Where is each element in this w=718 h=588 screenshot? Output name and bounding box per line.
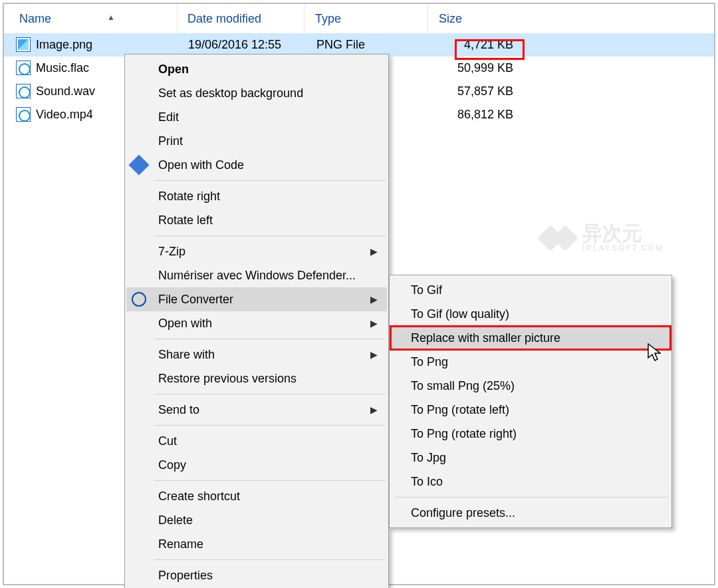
submenu-item-label: To Gif (low quality) xyxy=(411,307,509,321)
submenu-item[interactable]: To Png (rotate left) xyxy=(391,398,670,422)
menu-item[interactable]: Rotate right xyxy=(126,184,387,208)
file-converter-icon xyxy=(132,292,146,307)
submenu-item[interactable]: To Jpg xyxy=(391,446,670,470)
submenu-item-label: To Jpg xyxy=(411,451,446,464)
submenu-arrow-icon: ▶ xyxy=(370,287,378,311)
submenu-item[interactable]: Replace with smaller picture xyxy=(391,326,670,350)
menu-separator xyxy=(395,497,669,498)
submenu-item-label: Configure presets... xyxy=(411,506,515,519)
file-size: 86,812 KB xyxy=(435,103,513,126)
menu-item-label: File Converter xyxy=(158,293,233,306)
submenu-item-label: To Ico xyxy=(411,475,443,488)
submenu-arrow-icon: ▶ xyxy=(370,398,378,422)
column-header-name[interactable]: Name ▲ xyxy=(15,4,178,33)
file-size: 4,721 KB xyxy=(435,33,513,57)
menu-item-label: Share with xyxy=(158,348,215,361)
submenu-item[interactable]: To Gif (low quality) xyxy=(391,302,670,326)
menu-separator xyxy=(154,394,386,394)
menu-item-label: Restore previous versions xyxy=(158,372,297,385)
submenu-item-label: To Png (rotate left) xyxy=(411,403,509,416)
menu-item[interactable]: File Converter▶ xyxy=(126,287,387,311)
watermark-text: 异次元 xyxy=(582,223,663,243)
menu-item-label: Open xyxy=(158,63,189,76)
submenu-item[interactable]: To Gif xyxy=(391,278,670,302)
menu-item-label: Edit xyxy=(158,110,179,124)
menu-item-label: 7-Zip xyxy=(158,245,185,258)
menu-item[interactable]: Properties xyxy=(126,563,387,587)
menu-item[interactable]: Numériser avec Windows Defender... xyxy=(126,263,387,287)
menu-item[interactable]: Delete xyxy=(126,508,387,532)
menu-item[interactable]: 7-Zip▶ xyxy=(126,239,387,263)
menu-item-label: Delete xyxy=(158,514,193,527)
submenu-item[interactable]: Configure presets... xyxy=(391,501,670,525)
menu-separator xyxy=(154,425,386,426)
file-icon xyxy=(16,33,33,57)
submenu-item-label: To small Png (25%) xyxy=(411,379,515,392)
file-icon xyxy=(16,80,33,103)
menu-item-label: Print xyxy=(158,134,183,148)
table-row[interactable]: Image.png19/06/2016 12:55PNG File4,721 K… xyxy=(4,33,714,57)
column-header-size[interactable]: Size xyxy=(435,4,548,33)
file-type: PNG File xyxy=(316,33,433,57)
watermark-logo-icon xyxy=(540,220,577,257)
column-header-label: Date modified xyxy=(187,12,261,25)
submenu-arrow-icon: ▶ xyxy=(370,311,378,335)
menu-item-label: Create shortcut xyxy=(158,490,240,503)
file-date: 19/06/2016 12:55 xyxy=(188,33,309,57)
menu-item[interactable]: Restore previous versions xyxy=(126,367,387,390)
menu-item[interactable]: Rename xyxy=(126,532,387,556)
menu-item[interactable]: Create shortcut xyxy=(126,484,387,508)
watermark-subtext: IPLAYSOFT.COM xyxy=(582,243,663,253)
context-menu[interactable]: OpenSet as desktop backgroundEditPrintOp… xyxy=(124,54,389,588)
submenu-file-converter[interactable]: To GifTo Gif (low quality)Replace with s… xyxy=(389,275,672,528)
menu-item[interactable]: Open with Code xyxy=(126,153,387,177)
menu-item[interactable]: Rotate left xyxy=(126,208,387,232)
submenu-arrow-icon: ▶ xyxy=(370,343,378,367)
menu-item-label: Send to xyxy=(158,403,199,416)
column-header-date[interactable]: Date modified xyxy=(183,4,304,33)
menu-item[interactable]: Edit xyxy=(126,105,387,129)
menu-separator xyxy=(154,480,386,481)
column-header-label: Name xyxy=(19,12,51,25)
menu-item-label: Numériser avec Windows Defender... xyxy=(158,269,356,282)
sort-indicator-icon: ▲ xyxy=(107,3,115,32)
menu-item-label: Open with xyxy=(158,317,212,330)
column-header-label: Size xyxy=(439,12,462,25)
submenu-item[interactable]: To small Png (25%) xyxy=(391,374,670,398)
vscode-icon xyxy=(128,154,149,175)
menu-item[interactable]: Send to▶ xyxy=(126,398,387,422)
submenu-item[interactable]: To Png (rotate right) xyxy=(391,422,670,446)
file-name: Image.png xyxy=(36,33,178,57)
menu-item[interactable]: Copy xyxy=(126,453,387,477)
column-header-type[interactable]: Type xyxy=(311,4,428,33)
file-icon xyxy=(16,57,33,80)
menu-item[interactable]: Share with▶ xyxy=(126,343,387,367)
explorer-window: Name ▲ Date modified Type Size Image.png… xyxy=(3,3,715,585)
menu-item[interactable]: Print xyxy=(126,129,387,153)
menu-item[interactable]: Open xyxy=(126,57,387,81)
file-size: 50,999 KB xyxy=(435,57,513,80)
submenu-item[interactable]: To Ico xyxy=(391,470,670,494)
menu-item-label: Rename xyxy=(158,537,203,551)
menu-item[interactable]: Open with▶ xyxy=(126,311,387,335)
submenu-item-label: To Png (rotate right) xyxy=(411,427,517,440)
menu-separator xyxy=(154,559,386,560)
menu-separator xyxy=(154,180,386,181)
menu-item-label: Properties xyxy=(158,569,213,582)
watermark: 异次元 IPLAYSOFT.COM xyxy=(540,220,713,257)
submenu-item-label: Replace with smaller picture xyxy=(411,331,560,345)
file-size: 57,857 KB xyxy=(435,80,513,103)
menu-item-label: Rotate left xyxy=(158,214,213,227)
menu-item-label: Set as desktop background xyxy=(158,86,303,100)
menu-item[interactable]: Cut xyxy=(126,429,387,453)
submenu-item-label: To Gif xyxy=(411,283,442,297)
menu-item[interactable]: Set as desktop background xyxy=(126,81,387,105)
submenu-item-label: To Png xyxy=(411,355,448,368)
column-header-label: Type xyxy=(315,12,341,25)
menu-item-label: Open with Code xyxy=(158,158,244,172)
submenu-arrow-icon: ▶ xyxy=(370,239,378,263)
submenu-item[interactable]: To Png xyxy=(391,350,670,374)
menu-item-label: Rotate right xyxy=(158,190,220,203)
menu-separator xyxy=(154,339,386,339)
menu-item-label: Cut xyxy=(158,434,177,448)
